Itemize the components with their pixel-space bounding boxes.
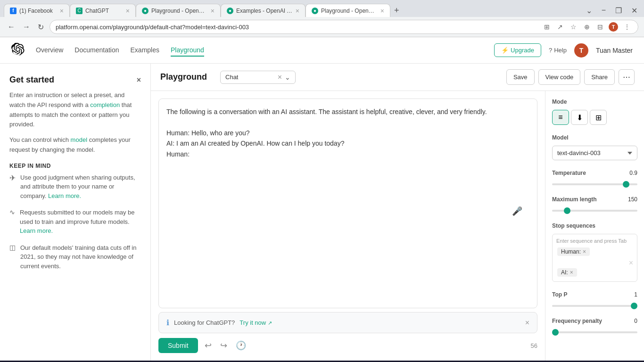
extension-icon[interactable]: ⊕ [582,22,592,32]
chat-footer: Submit ↩ ↪ 🕐 56 [158,333,537,353]
sidebar: Get started × Enter an instruction or se… [0,64,151,361]
sidebar-close-button[interactable]: × [137,76,141,84]
tab-chatgpt[interactable]: C ChatGPT × [70,4,136,17]
address-bar: ← → ↻ platform.openai.com/playground/p/d… [0,17,644,37]
menu-icon[interactable]: ⋮ [622,22,632,32]
tab-close-playground2[interactable]: × [380,7,384,15]
sidebar-item-text-0: Use good judgment when sharing outputs, … [20,173,141,201]
model-link[interactable]: model [71,136,87,143]
header-actions: Save View code Share ⋯ [506,69,635,85]
stop-sequences-clear-icon[interactable]: × [629,259,633,267]
new-tab-button[interactable]: + [390,4,403,17]
top-p-label: Top P [552,291,567,298]
freq-penalty-slider[interactable] [552,331,637,333]
tab-close-examples[interactable]: × [296,7,299,15]
tab-label-playground1: Playground - OpenAI API [151,8,208,14]
mode-text-button[interactable]: ≡ [552,110,569,125]
tab-close-playground1[interactable]: × [211,7,215,15]
nav-link-overview[interactable]: Overview [36,44,63,57]
microphone-icon[interactable]: 🎤 [512,206,522,216]
tab-playground2[interactable]: ● Playground - OpenAI API × [305,4,390,17]
stop-tag-human-close[interactable]: × [583,248,586,255]
submit-button[interactable]: Submit [158,338,198,353]
mode-selector[interactable]: Chat × ⌄ [220,71,296,84]
address-input[interactable]: platform.openai.com/playground/p/default… [50,20,638,34]
upgrade-button[interactable]: ⚡ Upgrade [494,43,541,57]
refresh-button[interactable]: ↻ [36,21,46,33]
nav-link-examples[interactable]: Examples [131,44,159,57]
back-button[interactable]: ← [6,21,17,33]
completion-link[interactable]: completion [90,101,120,108]
mode-selector-arrow-icon[interactable]: ⌄ [285,74,290,81]
undo-button[interactable]: ↩ [203,338,214,353]
upgrade-icon: ⚡ [501,47,509,54]
help-circle-icon: ? [549,47,552,54]
notification-close-button[interactable]: × [525,319,529,327]
save-button[interactable]: Save [506,69,535,85]
view-code-button[interactable]: View code [538,69,581,85]
top-p-slider[interactable] [552,305,637,307]
model-select[interactable]: text-davinci-003 text-davinci-002 text-c… [552,146,637,160]
playground-title: Playground [160,72,207,82]
share-button[interactable]: Share [584,69,615,85]
max-length-label: Maximum length [552,196,597,203]
max-length-value: 150 [628,196,637,203]
tab-facebook[interactable]: f (1) Facebook × [4,4,70,17]
mode-selector-clear-icon[interactable]: × [278,73,282,82]
tab-close-chatgpt[interactable]: × [126,7,130,15]
freq-penalty-param-row: Frequency penalty 0 [552,318,637,324]
user-avatar[interactable]: T [574,43,588,58]
chat-textarea[interactable] [158,99,537,308]
calendar-icon: ◫ [9,244,16,251]
nav-link-playground[interactable]: Playground [171,44,204,57]
learn-more-link-1[interactable]: Learn more. [20,227,53,234]
top-p-slider-container [552,301,637,308]
chat-input-wrapper: 🎤 [158,99,537,308]
try-it-now-link[interactable]: Try it now ↗ [239,319,272,326]
sidebar-item-2: ◫ Our default models' training data cuts… [9,243,141,271]
forward-button[interactable]: → [21,21,32,33]
tab-list-icon[interactable]: ⌄ [583,5,595,16]
redo-button[interactable]: ↪ [218,338,229,353]
freq-penalty-section: Frequency penalty 0 [552,318,637,335]
history-button[interactable]: 🕐 [234,338,248,353]
tab-label-chatgpt: ChatGPT [85,8,123,14]
freq-penalty-slider-container [552,327,637,335]
learn-more-link-0[interactable]: Learn more. [48,192,81,199]
mode-section: Mode ≡ ⬇ ⊞ [552,99,637,125]
tab-examples[interactable]: ● Examples - OpenAI API × [221,4,305,17]
browser-chrome: f (1) Facebook × C ChatGPT × ● Playgroun… [0,0,644,37]
minimize-icon[interactable]: − [599,5,609,16]
stop-tag-ai-close[interactable]: × [570,269,573,276]
stop-tag-human-label: Human: [561,248,581,255]
more-options-button[interactable]: ⋯ [619,69,635,85]
tab-playground1[interactable]: ● Playground - OpenAI API × [136,4,221,17]
mode-insert-button[interactable]: ⬇ [571,110,588,125]
freq-penalty-label: Frequency penalty [552,318,602,324]
stop-sequences-area[interactable]: Enter sequence and press Tab Human: × × … [552,234,637,282]
paper-plane-icon: ✈ [9,173,16,182]
nav-link-documentation[interactable]: Documentation [74,44,119,57]
playground-header: Playground Chat × ⌄ Save View code Share… [151,64,644,91]
share-address-icon[interactable]: ↗ [555,22,565,32]
right-panel: Mode ≡ ⬇ ⊞ Model text-davinci-003 text-d… [545,91,644,361]
tab-close-facebook[interactable]: × [60,7,64,15]
translate-icon[interactable]: ⊞ [542,22,552,32]
sidebar-item-text-1: Requests submitted to our models may be … [20,208,141,236]
model-section: Model text-davinci-003 text-davinci-002 … [552,134,637,160]
temperature-slider[interactable] [552,183,637,185]
mode-edit-button[interactable]: ⊞ [590,110,607,125]
help-button[interactable]: ? Help [549,47,567,54]
activity-icon: ∿ [9,208,15,216]
max-length-slider[interactable] [552,210,637,212]
oai-logo[interactable] [11,43,25,58]
top-p-section: Top P 1 [552,291,637,308]
bookmark-icon[interactable]: ☆ [569,22,578,32]
user-profile-icon[interactable]: T [609,22,618,32]
external-link-icon: ↗ [268,320,272,326]
maximize-icon[interactable]: ❐ [612,5,625,16]
close-window-icon[interactable]: ✕ [628,5,640,16]
sidebar-toggle-icon[interactable]: ⊟ [595,22,605,32]
sidebar-model-text: You can control which model completes yo… [9,135,141,155]
notification-text: Looking for ChatGPT? [174,319,235,326]
